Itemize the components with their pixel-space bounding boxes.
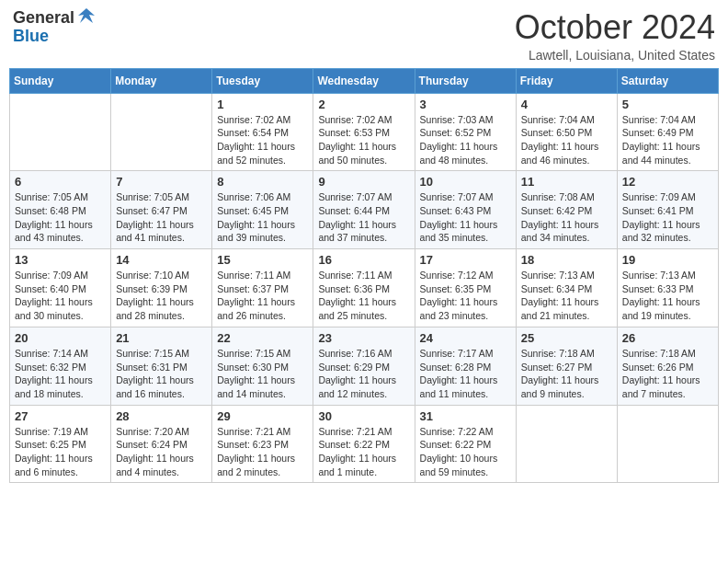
day-number: 3 [420,98,511,111]
day-number: 13 [15,253,106,267]
day-number: 6 [15,175,106,189]
calendar-cell: 17Sunrise: 7:12 AM Sunset: 6:35 PM Dayli… [415,249,516,327]
day-info: Sunrise: 7:15 AM Sunset: 6:31 PM Dayligh… [116,347,207,401]
calendar-cell [111,93,212,171]
day-of-week-header: Wednesday [313,68,415,93]
calendar-week-row: 1Sunrise: 7:02 AM Sunset: 6:54 PM Daylig… [10,93,719,171]
day-info: Sunrise: 7:04 AM Sunset: 6:50 PM Dayligh… [521,113,612,167]
calendar-cell: 19Sunrise: 7:13 AM Sunset: 6:33 PM Dayli… [617,249,718,327]
day-info: Sunrise: 7:02 AM Sunset: 6:54 PM Dayligh… [217,113,308,167]
day-info: Sunrise: 7:09 AM Sunset: 6:40 PM Dayligh… [15,269,106,323]
title-section: October 2024 Lawtell, Louisiana, United … [515,9,715,63]
day-number: 10 [420,175,511,189]
day-number: 2 [318,98,409,111]
day-of-week-header: Friday [516,68,617,93]
day-info: Sunrise: 7:14 AM Sunset: 6:32 PM Dayligh… [15,347,106,401]
calendar-cell: 26Sunrise: 7:18 AM Sunset: 6:26 PM Dayli… [617,327,718,405]
calendar-cell: 6Sunrise: 7:05 AM Sunset: 6:48 PM Daylig… [10,171,111,249]
calendar-cell: 18Sunrise: 7:13 AM Sunset: 6:34 PM Dayli… [516,249,617,327]
calendar-cell [617,405,718,483]
day-info: Sunrise: 7:19 AM Sunset: 6:25 PM Dayligh… [15,425,106,479]
logo-bird-icon [76,6,97,27]
day-info: Sunrise: 7:10 AM Sunset: 6:39 PM Dayligh… [116,269,207,323]
calendar-cell [10,93,111,171]
calendar-table: SundayMondayTuesdayWednesdayThursdayFrid… [9,68,719,484]
day-number: 27 [15,409,106,423]
day-info: Sunrise: 7:07 AM Sunset: 6:43 PM Dayligh… [420,190,511,245]
day-number: 12 [622,175,713,189]
day-number: 20 [15,331,106,345]
day-info: Sunrise: 7:16 AM Sunset: 6:29 PM Dayligh… [318,347,409,401]
calendar-cell: 4Sunrise: 7:04 AM Sunset: 6:50 PM Daylig… [516,93,617,171]
day-number: 24 [420,331,511,345]
day-info: Sunrise: 7:04 AM Sunset: 6:49 PM Dayligh… [622,113,713,167]
calendar-cell: 25Sunrise: 7:18 AM Sunset: 6:27 PM Dayli… [516,327,617,405]
logo-general-text: General [13,9,74,28]
day-info: Sunrise: 7:11 AM Sunset: 6:37 PM Dayligh… [217,269,308,323]
calendar-week-row: 27Sunrise: 7:19 AM Sunset: 6:25 PM Dayli… [10,405,719,483]
calendar-cell: 16Sunrise: 7:11 AM Sunset: 6:36 PM Dayli… [313,249,415,327]
calendar-cell: 9Sunrise: 7:07 AM Sunset: 6:44 PM Daylig… [313,171,415,249]
day-info: Sunrise: 7:15 AM Sunset: 6:30 PM Dayligh… [217,347,308,401]
day-number: 28 [116,409,207,423]
day-of-week-header: Saturday [617,68,718,93]
calendar-cell: 7Sunrise: 7:05 AM Sunset: 6:47 PM Daylig… [111,171,212,249]
day-info: Sunrise: 7:21 AM Sunset: 6:23 PM Dayligh… [217,425,308,479]
calendar-week-row: 20Sunrise: 7:14 AM Sunset: 6:32 PM Dayli… [10,327,719,405]
day-number: 8 [217,175,308,189]
day-info: Sunrise: 7:13 AM Sunset: 6:33 PM Dayligh… [622,269,713,323]
calendar-header-row: SundayMondayTuesdayWednesdayThursdayFrid… [10,68,719,93]
day-info: Sunrise: 7:03 AM Sunset: 6:52 PM Dayligh… [420,113,511,167]
calendar-cell: 1Sunrise: 7:02 AM Sunset: 6:54 PM Daylig… [212,93,313,171]
calendar-cell: 20Sunrise: 7:14 AM Sunset: 6:32 PM Dayli… [10,327,111,405]
calendar-week-row: 13Sunrise: 7:09 AM Sunset: 6:40 PM Dayli… [10,249,719,327]
calendar-cell: 21Sunrise: 7:15 AM Sunset: 6:31 PM Dayli… [111,327,212,405]
day-number: 4 [521,98,612,111]
calendar-cell: 27Sunrise: 7:19 AM Sunset: 6:25 PM Dayli… [10,405,111,483]
calendar-cell: 14Sunrise: 7:10 AM Sunset: 6:39 PM Dayli… [111,249,212,327]
day-of-week-header: Thursday [415,68,516,93]
day-info: Sunrise: 7:05 AM Sunset: 6:47 PM Dayligh… [116,190,207,245]
day-info: Sunrise: 7:18 AM Sunset: 6:27 PM Dayligh… [521,347,612,401]
day-info: Sunrise: 7:20 AM Sunset: 6:24 PM Dayligh… [116,425,207,479]
day-number: 14 [116,253,207,267]
day-info: Sunrise: 7:18 AM Sunset: 6:26 PM Dayligh… [622,347,713,401]
day-number: 15 [217,253,308,267]
day-info: Sunrise: 7:21 AM Sunset: 6:22 PM Dayligh… [318,425,409,479]
calendar-cell: 22Sunrise: 7:15 AM Sunset: 6:30 PM Dayli… [212,327,313,405]
calendar-cell: 5Sunrise: 7:04 AM Sunset: 6:49 PM Daylig… [617,93,718,171]
day-info: Sunrise: 7:07 AM Sunset: 6:44 PM Dayligh… [318,190,409,245]
day-number: 21 [116,331,207,345]
day-info: Sunrise: 7:13 AM Sunset: 6:34 PM Dayligh… [521,269,612,323]
day-number: 31 [420,409,511,423]
day-number: 26 [622,331,713,345]
day-info: Sunrise: 7:05 AM Sunset: 6:48 PM Dayligh… [15,190,106,245]
day-info: Sunrise: 7:12 AM Sunset: 6:35 PM Dayligh… [420,269,511,323]
calendar-cell: 31Sunrise: 7:22 AM Sunset: 6:22 PM Dayli… [415,405,516,483]
day-info: Sunrise: 7:22 AM Sunset: 6:22 PM Dayligh… [420,425,511,479]
day-info: Sunrise: 7:06 AM Sunset: 6:45 PM Dayligh… [217,190,308,245]
calendar-cell: 24Sunrise: 7:17 AM Sunset: 6:28 PM Dayli… [415,327,516,405]
day-number: 22 [217,331,308,345]
day-info: Sunrise: 7:09 AM Sunset: 6:41 PM Dayligh… [622,190,713,245]
day-number: 7 [116,175,207,189]
day-number: 17 [420,253,511,267]
day-number: 9 [318,175,409,189]
logo: General Blue [13,9,97,46]
calendar-cell: 2Sunrise: 7:02 AM Sunset: 6:53 PM Daylig… [313,93,415,171]
day-info: Sunrise: 7:17 AM Sunset: 6:28 PM Dayligh… [420,347,511,401]
day-number: 30 [318,409,409,423]
day-of-week-header: Tuesday [212,68,313,93]
calendar-cell: 8Sunrise: 7:06 AM Sunset: 6:45 PM Daylig… [212,171,313,249]
page-header: General Blue October 2024 Lawtell, Louis… [9,9,719,63]
calendar-cell: 12Sunrise: 7:09 AM Sunset: 6:41 PM Dayli… [617,171,718,249]
calendar-cell [516,405,617,483]
calendar-week-row: 6Sunrise: 7:05 AM Sunset: 6:48 PM Daylig… [10,171,719,249]
day-number: 5 [622,98,713,111]
day-number: 29 [217,409,308,423]
calendar-cell: 28Sunrise: 7:20 AM Sunset: 6:24 PM Dayli… [111,405,212,483]
calendar-cell: 11Sunrise: 7:08 AM Sunset: 6:42 PM Dayli… [516,171,617,249]
calendar-cell: 30Sunrise: 7:21 AM Sunset: 6:22 PM Dayli… [313,405,415,483]
day-info: Sunrise: 7:08 AM Sunset: 6:42 PM Dayligh… [521,190,612,245]
day-info: Sunrise: 7:02 AM Sunset: 6:53 PM Dayligh… [318,113,409,167]
